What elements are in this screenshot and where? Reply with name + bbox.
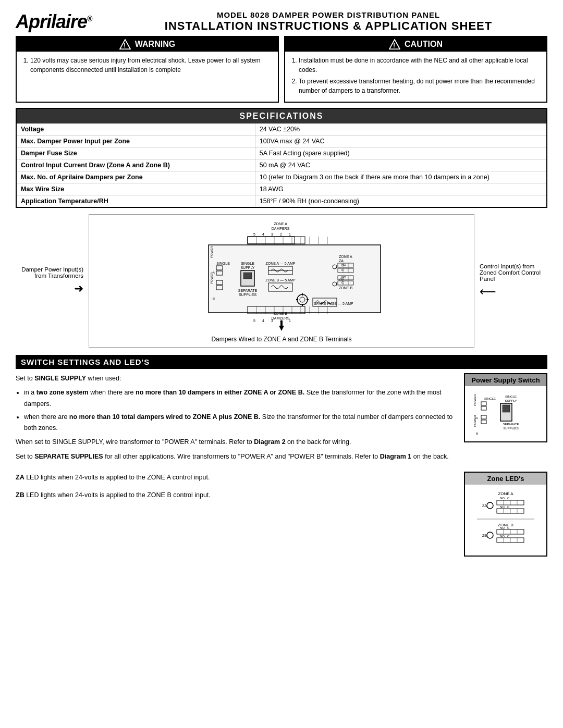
spec-row: Damper Fuse Size5A Fast Acting (spare su… [17, 147, 546, 159]
svg-text:!: ! [124, 41, 126, 49]
svg-text:ZONE A: ZONE A [498, 491, 513, 496]
spec-value: 24 VAC ±20% [255, 124, 546, 135]
switch-intro: Set to SINGLE SUPPLY when used: [16, 373, 457, 384]
power-supply-diagram: POWER A POWER B SINGLE SINGLE SUPPLY [465, 386, 546, 441]
svg-text:SINGLE: SINGLE [241, 262, 254, 265]
svg-text:4: 4 [262, 319, 264, 323]
caution-box: ! CAUTION Installation must be done in a… [284, 36, 547, 103]
diagram-right-label: Control Input(s) fromZoned Comfort Contr… [480, 263, 547, 299]
svg-text:SUPPLIES: SUPPLIES [239, 293, 257, 297]
svg-text:!: ! [393, 41, 395, 49]
svg-rect-114 [481, 420, 486, 424]
page-header: Aprilaire® MODEL 8028 DAMPER POWER DISTR… [16, 10, 547, 33]
svg-text:C: C [507, 505, 510, 509]
switch-bullet-1: in a two zone system when there are no m… [24, 387, 457, 410]
svg-text:SEPARATE: SEPARATE [238, 289, 258, 292]
spec-title: SPECIFICATIONS [17, 109, 546, 124]
spec-value: 158°F / 90% RH (non-condensing) [255, 195, 546, 207]
logo-area: Aprilaire® [16, 11, 109, 33]
specifications-section: SPECIFICATIONS Voltage24 VAC ±20%Max. Da… [16, 108, 547, 208]
svg-text:3: 3 [271, 232, 273, 236]
switch-bullets: in a two zone system when there are no m… [16, 387, 457, 434]
caution-triangle-icon: ! [389, 39, 400, 50]
warning-body: 120 volts may cause serious injury from … [17, 52, 278, 81]
zone-leds-header: Zone LED's [465, 473, 546, 485]
model-title: MODEL 8028 DAMPER POWER DISTRIBUTION PAN… [109, 10, 547, 19]
svg-rect-113 [481, 415, 486, 419]
warning-label: WARNING [135, 40, 175, 49]
switch-para2: Set to SEPARATE SUPPLIES for all other a… [16, 451, 457, 462]
diagram-left-label: Damper Power Input(s)from Transformers ➜ [16, 266, 83, 295]
svg-text:SPARE FUSE — 5 AMP: SPARE FUSE — 5 AMP [314, 302, 353, 305]
svg-text:SUPPLIES: SUPPLIES [503, 427, 518, 430]
svg-text:POWER: POWER [473, 415, 476, 427]
spec-row: Max. No. of Aprilaire Dampers per Zone10… [17, 171, 546, 183]
spec-row: Max Wire Size18 AWG [17, 183, 546, 195]
svg-text:ZA: ZA [339, 259, 344, 263]
svg-text:ZB: ZB [482, 534, 487, 537]
svg-rect-111 [481, 402, 486, 405]
caution-item-2: To prevent excessive transformer heating… [299, 77, 541, 95]
spec-row: Voltage24 VAC ±20% [17, 124, 546, 135]
warning-triangle-icon: ! [119, 39, 131, 50]
svg-text:ZONE A: ZONE A [274, 222, 287, 226]
caution-header: ! CAUTION [285, 37, 546, 52]
alert-row: ! WARNING 120 volts may cause serious in… [16, 36, 547, 103]
arrow-right-icon: ➜ [16, 282, 83, 295]
main-title: INSTALLATION INSTRUCTIONS & APPLICATION … [109, 19, 547, 33]
svg-text:SUPPLY: SUPPLY [240, 266, 254, 269]
warning-box: ! WARNING 120 volts may cause serious in… [16, 36, 279, 103]
spec-label: Max. Damper Power Input per Zone [17, 135, 255, 147]
svg-rect-47 [243, 273, 252, 279]
zone-led-za: ZA LED lights when 24-volts is applied t… [16, 472, 457, 484]
svg-text:NO: NO [500, 505, 505, 509]
svg-point-137 [487, 532, 493, 538]
svg-text:SINGLE: SINGLE [484, 397, 496, 400]
svg-text:SINGLE: SINGLE [216, 262, 230, 265]
spec-value: 5A Fast Acting (spare supplied) [255, 147, 546, 159]
caution-label: CAUTION [405, 40, 443, 49]
svg-text:C: C [507, 526, 510, 529]
spec-label: Max. No. of Aprilaire Dampers per Zone [17, 171, 255, 183]
power-supply-switch-svg: POWER A POWER B SINGLE SINGLE SUPPLY [472, 390, 540, 437]
spec-label: Application Temperature/RH [17, 195, 255, 207]
svg-rect-103 [280, 320, 283, 326]
svg-text:SINGLE: SINGLE [505, 395, 517, 398]
svg-rect-11 [248, 237, 295, 244]
svg-text:C: C [341, 281, 344, 284]
svg-text:C: C [507, 497, 510, 500]
svg-text:C: C [341, 268, 344, 272]
svg-text:NO: NO [500, 526, 505, 529]
switch-settings-title: SWITCH SETTINGS AND LED'S [16, 355, 547, 369]
spec-table: Voltage24 VAC ±20%Max. Damper Power Inpu… [17, 124, 546, 207]
diagram-area: Damper Power Input(s)from Transformers ➜… [16, 214, 547, 348]
svg-text:C: C [507, 535, 510, 538]
spec-value: 18 AWG [255, 183, 546, 195]
svg-text:POWER: POWER [210, 272, 213, 284]
svg-text:NO: NO [500, 535, 505, 538]
svg-text:1: 1 [289, 319, 291, 323]
svg-text:ZONE A: ZONE A [339, 255, 352, 258]
switch-bullet-2: when there are no more than 10 total dam… [24, 412, 457, 434]
svg-text:5: 5 [253, 319, 255, 323]
zone-leds-text: ZA LED lights when 24-volts is applied t… [16, 472, 457, 501]
spec-label: Max Wire Size [17, 183, 255, 195]
power-supply-header: Power Supply Switch [465, 374, 546, 386]
spec-value: 100VA max @ 24 VAC [255, 135, 546, 147]
zone-leds-box: Zone LED's ZONE A ZA NO C [464, 472, 547, 557]
svg-marker-102 [279, 326, 284, 331]
header-titles: MODEL 8028 DAMPER POWER DISTRIBUTION PAN… [109, 10, 547, 33]
diagram-bottom-label: Dampers Wired to ZONE A and ZONE B Termi… [211, 336, 351, 343]
switch-diagram-box: Power Supply Switch POWER A POWER B SING… [464, 373, 547, 465]
svg-text:POWER: POWER [210, 246, 213, 258]
panel-diagram-svg: ZONE A DAMPERS 5 4 3 2 1 [156, 219, 407, 334]
warning-header: ! WARNING [17, 37, 278, 52]
diagram-center: ZONE A DAMPERS 5 4 3 2 1 [89, 214, 474, 348]
logo: Aprilaire® [16, 11, 109, 33]
svg-point-121 [487, 502, 493, 509]
zone-leds-section: ZA LED lights when 24-volts is applied t… [16, 472, 547, 557]
svg-text:2: 2 [280, 232, 282, 236]
svg-text:4: 4 [262, 232, 264, 236]
svg-text:ZONE B: ZONE B [339, 286, 352, 290]
spec-row: Control Input Current Draw (Zone A and Z… [17, 159, 546, 171]
